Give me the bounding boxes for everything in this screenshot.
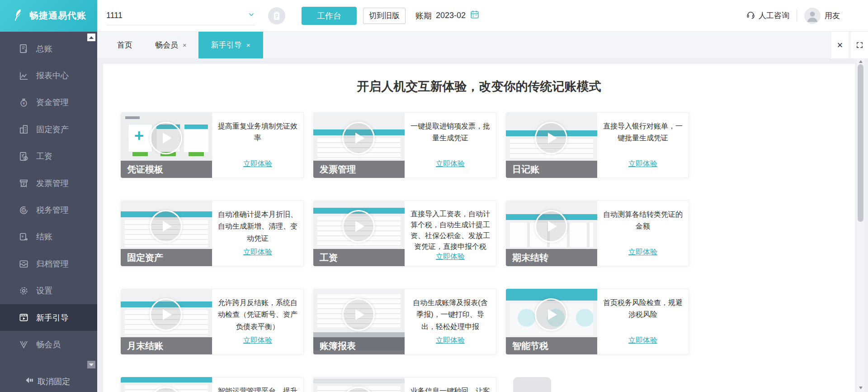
video-thumbnail[interactable] bbox=[121, 377, 212, 392]
guide-card-grid: 凭证模板 提高重复业务填制凭证效率 立即体验 发票管理 一键提取进销项发票，批量… bbox=[121, 112, 708, 392]
video-thumbnail[interactable]: 智能节税 bbox=[506, 289, 597, 354]
calendar-icon[interactable] bbox=[470, 10, 480, 22]
guide-card-loading-slot bbox=[506, 377, 689, 392]
video-label: 凭证模板 bbox=[121, 161, 212, 178]
card-description: 业务信息一键秒回，让客 bbox=[410, 385, 490, 392]
sidebar-item-fund-management[interactable]: ¥ 资金管理 bbox=[0, 89, 97, 116]
closing-book-icon: ¥ bbox=[18, 231, 29, 242]
user-avatar-icon bbox=[804, 8, 821, 24]
sidebar-item-label: 新手引导 bbox=[36, 312, 69, 323]
play-icon[interactable] bbox=[342, 122, 375, 154]
logo[interactable]: 畅捷通易代账 bbox=[0, 0, 97, 32]
play-icon[interactable] bbox=[535, 210, 567, 243]
scroll-down-icon[interactable] bbox=[857, 385, 864, 391]
sidebar-item-report-center[interactable]: 报表中心 bbox=[0, 62, 97, 89]
try-now-link[interactable]: 立即体验 bbox=[628, 336, 657, 345]
card-description: 提高重复业务填制凭证效率 bbox=[218, 120, 297, 144]
sidebar-item-tax-management[interactable]: 税 税务管理 bbox=[0, 196, 97, 223]
play-icon[interactable] bbox=[535, 122, 567, 154]
user-menu[interactable]: 用友 bbox=[804, 8, 840, 24]
try-now-link[interactable]: 立即体验 bbox=[243, 248, 272, 257]
logo-text: 畅捷通易代账 bbox=[29, 10, 86, 22]
guide-card-account-reports: 账簿报表 自动生成账簿及报表(含季报)，一键打印、导出，轻松处理申报 立即体验 bbox=[313, 289, 496, 354]
play-icon[interactable] bbox=[150, 298, 182, 331]
try-now-link[interactable]: 立即体验 bbox=[436, 252, 465, 262]
try-now-link[interactable]: 立即体验 bbox=[436, 159, 465, 169]
video-thumbnail[interactable]: 发票管理 bbox=[313, 112, 405, 178]
try-now-link[interactable]: 立即体验 bbox=[243, 336, 272, 345]
sidebar-scroll-down-icon[interactable] bbox=[87, 361, 95, 368]
video-label: 智能节税 bbox=[506, 337, 597, 354]
sidebar-item-label: 工资 bbox=[36, 151, 52, 162]
tab-member[interactable]: 畅会员 × bbox=[144, 32, 198, 58]
try-now-link[interactable]: 立即体验 bbox=[436, 336, 465, 345]
close-all-tabs-icon[interactable]: × bbox=[831, 32, 849, 58]
scroll-up-icon[interactable] bbox=[857, 58, 864, 65]
try-now-link[interactable]: 立即体验 bbox=[243, 159, 272, 169]
play-icon[interactable] bbox=[150, 210, 182, 243]
sidebar-item-member[interactable]: 畅会员 bbox=[0, 331, 97, 358]
switch-old-version-button[interactable]: 切到旧版 bbox=[363, 8, 406, 24]
svg-text:¥: ¥ bbox=[24, 157, 26, 160]
account-selector[interactable]: 1111 bbox=[106, 6, 255, 25]
archive-icon bbox=[18, 258, 29, 269]
building-icon bbox=[18, 124, 29, 135]
close-tab-icon[interactable]: × bbox=[246, 41, 250, 49]
sidebar-item-closing[interactable]: ¥ 结账 bbox=[0, 224, 97, 250]
workbench-button[interactable]: 工作台 bbox=[302, 7, 357, 25]
guide-card-month-end: 月末结账 允许跨月反结账，系统自动检查（凭证断号、资产负债表平衡） 立即体验 bbox=[121, 289, 304, 354]
try-now-link[interactable]: 立即体验 bbox=[628, 248, 657, 257]
video-thumbnail[interactable]: 账簿报表 bbox=[313, 289, 405, 354]
sidebar-item-label: 税务管理 bbox=[36, 205, 69, 215]
svg-text:¥: ¥ bbox=[21, 234, 24, 239]
video-thumbnail[interactable] bbox=[313, 377, 405, 392]
sidebar-item-beginner-guide[interactable]: 新手引导 bbox=[0, 304, 97, 331]
video-label: 期末结转 bbox=[506, 249, 597, 266]
play-icon[interactable] bbox=[535, 298, 567, 331]
card-info: 提高重复业务填制凭证效率 立即体验 bbox=[212, 112, 304, 178]
period-label: 账期 bbox=[415, 10, 432, 21]
sidebar-item-settings[interactable]: 设置 bbox=[0, 277, 97, 304]
main-scrollbar[interactable] bbox=[857, 58, 864, 392]
fullscreen-icon[interactable] bbox=[851, 32, 868, 58]
guide-card-journal: 日记账 直接导入银行对账单，一键批量生成凭证 立即体验 bbox=[506, 112, 689, 178]
sidebar-item-archive-management[interactable]: 归档管理 bbox=[0, 250, 97, 277]
tab-home[interactable]: 首页 bbox=[106, 32, 143, 58]
video-thumbnail[interactable]: 工资 bbox=[313, 201, 405, 266]
play-icon[interactable] bbox=[342, 298, 375, 331]
play-icon[interactable] bbox=[342, 387, 375, 392]
chevron-down-icon bbox=[247, 10, 255, 21]
unpin-sidebar-button[interactable]: 取消固定 bbox=[25, 376, 70, 387]
clipboard-badge-icon[interactable] bbox=[268, 7, 285, 24]
tab-beginner-guide[interactable]: 新手引导 × bbox=[198, 32, 263, 58]
sidebar-item-general-ledger[interactable]: ¥ 总账 bbox=[0, 35, 97, 62]
video-thumbnail[interactable]: 固定资产 bbox=[121, 201, 212, 266]
card-info: 智能运营管理平台，提升 bbox=[212, 377, 304, 392]
video-thumbnail[interactable]: 凭证模板 bbox=[121, 112, 212, 178]
video-thumbnail[interactable]: 期末结转 bbox=[506, 201, 597, 266]
period-value[interactable]: 2023-02 bbox=[436, 11, 466, 20]
sidebar-item-fixed-assets[interactable]: 固定资产 bbox=[0, 116, 97, 143]
card-description: 智能运营管理平台，提升 bbox=[218, 385, 297, 392]
close-tab-icon[interactable]: × bbox=[183, 41, 187, 49]
card-description: 首页税务风险检查，规避涉税风险 bbox=[603, 297, 683, 321]
sidebar-scroll-up-icon[interactable] bbox=[87, 33, 95, 41]
play-icon[interactable] bbox=[150, 387, 182, 392]
card-info: 自动准确计提本月折旧、自动生成新增、清理、变动凭证 立即体验 bbox=[212, 201, 304, 266]
tab-label: 新手引导 bbox=[211, 40, 242, 50]
play-icon[interactable] bbox=[150, 122, 182, 154]
invoice-icon: ¥ bbox=[18, 178, 29, 189]
sidebar-item-label: 结账 bbox=[36, 231, 52, 242]
video-thumbnail[interactable]: 月末结账 bbox=[121, 289, 212, 354]
try-now-link[interactable]: 立即体验 bbox=[628, 159, 657, 169]
play-icon[interactable] bbox=[342, 210, 375, 243]
sidebar-item-salary[interactable]: ¥ 工资 bbox=[0, 143, 97, 170]
guide-panel: 开启人机交互新体验，改变你的传统记账模式 凭证模板 提高重复业务填制凭证效率 立… bbox=[103, 64, 855, 392]
support-button[interactable]: 人工咨询 bbox=[746, 10, 789, 22]
main-content: 开启人机交互新体验，改变你的传统记账模式 凭证模板 提高重复业务填制凭证效率 立… bbox=[97, 58, 868, 392]
video-label: 月末结账 bbox=[121, 337, 212, 354]
video-thumbnail[interactable]: 日记账 bbox=[506, 112, 597, 178]
sidebar-item-invoice-management[interactable]: ¥ 发票管理 bbox=[0, 170, 97, 196]
sidebar-nav: ¥ 总账 报表中心 ¥ bbox=[0, 32, 97, 358]
scrollbar-thumb[interactable] bbox=[858, 64, 863, 222]
